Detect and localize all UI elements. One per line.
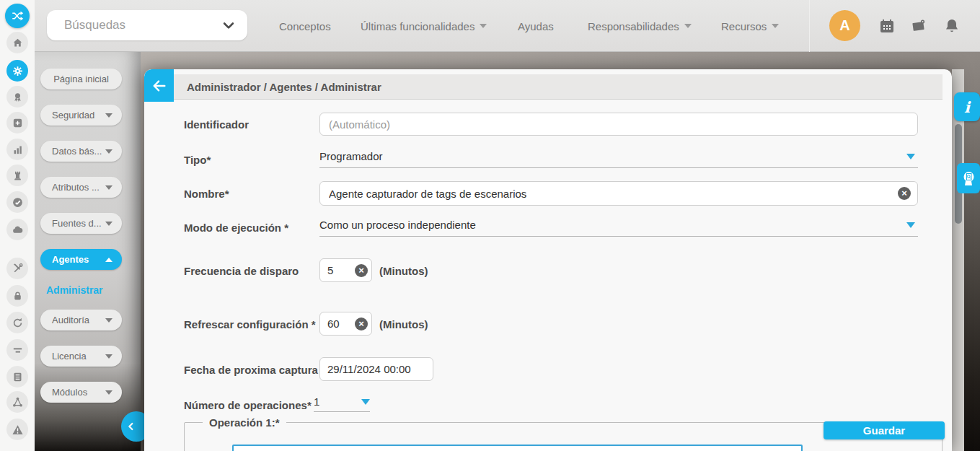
- save-button[interactable]: Guardar: [824, 421, 945, 439]
- menu-recursos[interactable]: Recursos: [721, 0, 779, 52]
- operacion-1-editor[interactable]: [232, 445, 803, 451]
- board-icon[interactable]: [910, 17, 927, 35]
- nombre-input[interactable]: [319, 181, 918, 206]
- sidebar-item-atributos[interactable]: Atributos ...: [40, 177, 122, 198]
- nombre-label: Nombre*: [184, 188, 229, 200]
- sync-icon[interactable]: [6, 312, 28, 333]
- chevron-down-icon: [105, 185, 112, 190]
- info-tab[interactable]: i: [954, 92, 980, 121]
- select-arrow-icon: [906, 222, 915, 228]
- check-circle-icon[interactable]: [6, 191, 28, 213]
- lock-icon[interactable]: [6, 285, 28, 307]
- sidebar-item-pagina-inicial[interactable]: Página inicial: [40, 69, 122, 89]
- sidebar-item-modulos[interactable]: Módulos: [40, 382, 122, 403]
- plus-square-icon[interactable]: [6, 112, 28, 133]
- back-button[interactable]: [144, 69, 174, 102]
- chevron-down-icon: [772, 24, 779, 28]
- chevron-down-icon: [105, 149, 112, 154]
- operacion-1-legend: Operación 1:*: [203, 416, 286, 429]
- chevron-up-icon: [105, 258, 112, 262]
- tools-icon[interactable]: [6, 258, 28, 279]
- warning-icon[interactable]: [6, 419, 28, 440]
- cloud-icon[interactable]: [6, 219, 28, 240]
- sidebar-subitem-administrar[interactable]: Administrar: [46, 284, 103, 296]
- tipo-label: Tipo*: [184, 154, 211, 166]
- calendar-icon[interactable]: [878, 17, 896, 35]
- list-icon[interactable]: [6, 366, 28, 387]
- sidebar-item-agentes[interactable]: Agentes: [40, 249, 122, 270]
- clear-icon[interactable]: ×: [898, 187, 911, 200]
- modo-ejecucion-label: Modo de ejecución *: [184, 222, 288, 234]
- chevron-down-icon: [105, 222, 112, 226]
- bell-icon[interactable]: [943, 17, 961, 35]
- tipo-select[interactable]: Programador: [319, 144, 918, 168]
- sidebar: Página inicial Seguridad Datos bás... At…: [35, 52, 141, 451]
- chevron-down-icon: [684, 24, 692, 28]
- rook-icon[interactable]: [6, 165, 28, 186]
- chevron-left-icon: [125, 421, 137, 432]
- gear-icon[interactable]: [6, 60, 28, 82]
- clear-icon[interactable]: ×: [355, 264, 368, 277]
- refrescar-unit: (Minutos): [379, 318, 428, 330]
- home-icon[interactable]: [6, 32, 28, 53]
- network-icon[interactable]: [6, 391, 28, 413]
- select-arrow-icon: [361, 399, 370, 405]
- shuffle-icon[interactable]: [5, 4, 30, 28]
- chevron-down-icon: [105, 390, 112, 395]
- menu-conceptos[interactable]: Conceptos: [279, 0, 331, 52]
- num-operaciones-select[interactable]: 1: [314, 392, 370, 412]
- chevron-down-icon: [221, 18, 236, 32]
- sidebar-item-seguridad[interactable]: Seguridad: [40, 105, 122, 126]
- breadcrumb-bar: Administrador / Agentes / Administrar: [174, 74, 943, 100]
- menu-ultimas-funcionalidades[interactable]: Últimas funcionalidades: [361, 0, 487, 52]
- select-arrow-icon: [906, 154, 915, 159]
- arrow-left-icon: [151, 78, 167, 94]
- frecuencia-unit: (Minutos): [379, 265, 428, 277]
- application-window: Búsquedas Conceptos Últimas funcionalida…: [0, 0, 980, 451]
- search-dropdown[interactable]: Búsquedas: [47, 10, 247, 40]
- identificador-label: Identificador: [184, 118, 249, 131]
- search-placeholder: Búsquedas: [64, 18, 125, 32]
- identificador-input[interactable]: [319, 113, 918, 136]
- chevron-down-icon: [105, 113, 112, 118]
- fecha-captura-input[interactable]: [319, 357, 433, 381]
- main-panel: Administrador / Agentes / Administrar Id…: [144, 69, 952, 451]
- bar-chart-icon[interactable]: [6, 139, 28, 160]
- icon-rail: [0, 0, 35, 451]
- menu-responsabilidades[interactable]: Responsabilidades: [588, 0, 692, 52]
- top-bar: Búsquedas Conceptos Últimas funcionalida…: [35, 0, 980, 52]
- medal-icon[interactable]: [6, 86, 28, 108]
- sidebar-item-auditoria[interactable]: Auditoría: [40, 310, 122, 330]
- clear-icon[interactable]: ×: [355, 318, 368, 330]
- topbar-divider: [809, 0, 810, 52]
- sidebar-item-fuentes[interactable]: Fuentes d...: [40, 213, 122, 234]
- chevron-down-icon: [105, 354, 112, 359]
- modo-ejecucion-select[interactable]: Como un proceso independiente: [319, 213, 918, 237]
- fecha-captura-label: Fecha de proxima captura: [184, 364, 318, 376]
- help-assistant-icon[interactable]: [957, 163, 980, 193]
- breadcrumb: Administrador / Agentes / Administrar: [187, 81, 381, 93]
- refrescar-label: Refrescar configuración *: [184, 318, 316, 330]
- avatar[interactable]: A: [829, 10, 860, 41]
- menu-ayudas[interactable]: Ayudas: [518, 0, 554, 52]
- chevron-down-icon: [480, 24, 487, 28]
- frecuencia-label: Frecuencia de disparo: [184, 265, 299, 277]
- num-operaciones-label: Número de operaciones*: [184, 399, 312, 411]
- sidebar-item-licencia[interactable]: Licencia: [40, 346, 122, 367]
- sidebar-item-datos-basicos[interactable]: Datos bás...: [40, 141, 122, 162]
- sliders-icon[interactable]: [6, 339, 28, 361]
- chevron-down-icon: [105, 318, 112, 323]
